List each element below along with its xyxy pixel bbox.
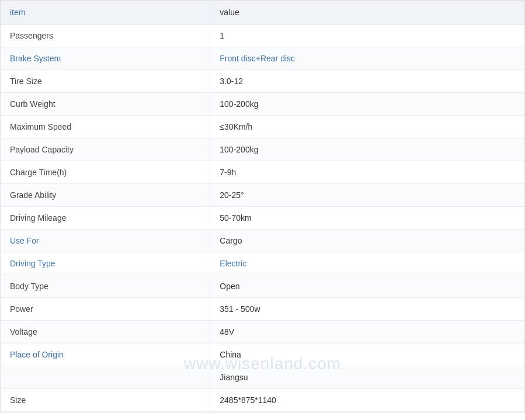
table-cell-value: 1: [210, 25, 524, 47]
table-cell-item: Grade Ability: [1, 184, 210, 207]
table-row: Power351 - 500w: [1, 298, 524, 321]
table-cell-value: ≤30Km/h: [210, 116, 524, 138]
table-row: Use ForCargo: [1, 230, 524, 252]
specs-table-container: item value Passengers1Brake SystemFront …: [0, 0, 525, 412]
table-row: Maximum Speed≤30Km/h: [1, 116, 524, 138]
table-row: Body TypeOpen: [1, 275, 524, 298]
table-cell-value: Jiangsu: [210, 366, 524, 389]
table-cell-item: Tire Size: [1, 70, 210, 93]
table-cell-item: Body Type: [1, 275, 210, 298]
table-cell-value: 100-200kg: [210, 138, 524, 161]
table-row: Brake SystemFront disc+Rear disc: [1, 47, 524, 70]
table-cell-value: 3.0-12: [210, 70, 524, 93]
table-row: Tire Size3.0-12: [1, 70, 524, 93]
table-cell-item: Curb Weight: [1, 93, 210, 116]
table-row: Curb Weight100-200kg: [1, 93, 524, 116]
table-cell-item: Power: [1, 298, 210, 321]
table-cell-item: Brake System: [1, 47, 210, 70]
specs-table: item value Passengers1Brake SystemFront …: [1, 1, 524, 412]
table-cell-value: 50-70km: [210, 207, 524, 230]
table-row: Grade Ability20-25°: [1, 184, 524, 207]
table-cell-item: [1, 366, 210, 389]
table-cell-value: 2485*875*1140: [210, 389, 524, 412]
table-cell-item: Payload Capacity: [1, 138, 210, 161]
table-row: Jiangsu: [1, 366, 524, 389]
table-cell-value: 7-9h: [210, 161, 524, 184]
table-cell-item: Place of Origin: [1, 343, 210, 366]
table-header-row: item value: [1, 1, 524, 25]
table-row: Driving Mileage50-70km: [1, 207, 524, 230]
table-cell-value: Open: [210, 275, 524, 298]
table-row: Place of OriginChina: [1, 343, 524, 366]
table-cell-value: Electric: [210, 252, 524, 275]
table-cell-value: Cargo: [210, 230, 524, 252]
table-cell-value: Front disc+Rear disc: [210, 47, 524, 70]
header-item: item: [1, 1, 210, 25]
table-cell-item: Charge Time(h): [1, 161, 210, 184]
table-row: Voltage48V: [1, 321, 524, 343]
table-cell-value: 20-25°: [210, 184, 524, 207]
table-cell-item: Voltage: [1, 321, 210, 343]
table-cell-value: China: [210, 343, 524, 366]
table-cell-item: Use For: [1, 230, 210, 252]
table-cell-item: Maximum Speed: [1, 116, 210, 138]
table-cell-item: Passengers: [1, 25, 210, 47]
table-cell-item: Driving Mileage: [1, 207, 210, 230]
table-cell-item: Driving Type: [1, 252, 210, 275]
table-cell-value: 48V: [210, 321, 524, 343]
header-value: value: [210, 1, 524, 25]
table-row: Size2485*875*1140: [1, 389, 524, 412]
table-row: Charge Time(h)7-9h: [1, 161, 524, 184]
table-cell-value: 351 - 500w: [210, 298, 524, 321]
table-cell-value: 100-200kg: [210, 93, 524, 116]
table-row: Passengers1: [1, 25, 524, 47]
table-row: Driving TypeElectric: [1, 252, 524, 275]
table-cell-item: Size: [1, 389, 210, 412]
table-row: Payload Capacity100-200kg: [1, 138, 524, 161]
table-body: Passengers1Brake SystemFront disc+Rear d…: [1, 25, 524, 412]
